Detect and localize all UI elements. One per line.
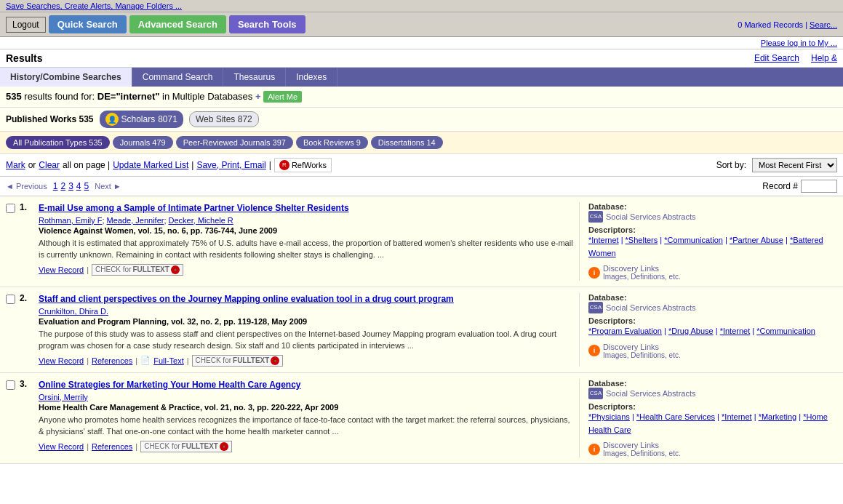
result-checkbox-2[interactable] <box>6 295 15 304</box>
search-link[interactable]: Searc... <box>810 20 837 29</box>
top-bar-right: 0 Marked Records | Searc... <box>738 20 837 29</box>
page-4[interactable]: 4 <box>76 181 81 191</box>
logout-button[interactable]: Logout <box>6 17 46 33</box>
result-authors-1: Rothman, Emily F; Meade, Jennifer; Decke… <box>39 216 573 225</box>
discovery-label-1[interactable]: Discovery Links <box>603 264 681 273</box>
descriptor-link[interactable]: *Communication <box>664 236 723 244</box>
result-title-3[interactable]: Online Strategies for Marketing Your Hom… <box>39 380 301 390</box>
result-right-1: Database: CSA Social Services Abstracts … <box>579 202 837 281</box>
view-record-link-3[interactable]: View Record <box>39 442 84 451</box>
fulltext-link-2[interactable]: Full-Text <box>153 356 184 365</box>
discovery-label-3[interactable]: Discovery Links <box>603 441 681 449</box>
tab-thesaurus[interactable]: Thesaurus <box>223 68 286 87</box>
author-link[interactable]: Crunkilton, Dhira D. <box>39 307 108 316</box>
descriptor-link[interactable]: *Health Care Services <box>636 412 715 421</box>
discovery-sub-2[interactable]: Images, Definitions, etc. <box>603 351 681 359</box>
page-5[interactable]: 5 <box>84 181 89 191</box>
result-right-2: Database: CSA Social Services Abstracts … <box>579 293 837 367</box>
descriptors-1: *Internet | *Shelters | *Communication |… <box>588 234 837 260</box>
discovery-icon-2: i <box>588 345 600 356</box>
discovery-sub-3[interactable]: Images, Definitions, etc. <box>603 449 681 457</box>
published-bar: Published Works 535 👤 Scholars 8071 Web … <box>0 108 843 132</box>
result-links-2: View Record | References | 📄 Full-Text |… <box>39 355 573 367</box>
descriptor-link[interactable]: *Communication <box>756 327 815 335</box>
scholars-icon: 👤 <box>105 113 119 126</box>
author-link[interactable]: Decker, Michele R <box>169 216 233 225</box>
descriptor-link[interactable]: *Internet <box>722 412 752 421</box>
tab-indexes[interactable]: Indexes <box>286 68 337 87</box>
tab-command[interactable]: Command Search <box>132 68 224 87</box>
references-link-3[interactable]: References <box>92 442 132 451</box>
tab-history[interactable]: History/Combine Searches <box>0 68 132 87</box>
filter-peer-reviewed[interactable]: Peer-Reviewed Journals 397 <box>176 136 293 149</box>
sort-select[interactable]: Most Recent First <box>752 158 837 172</box>
result-checkbox-1[interactable] <box>6 204 15 213</box>
pagination-right: Record # <box>762 180 837 193</box>
alert-me-button[interactable]: Alert Me <box>263 91 302 103</box>
search-info: 535 results found for: DE="internet" in … <box>0 87 843 108</box>
record-number-input[interactable] <box>801 180 837 193</box>
discovery-sub-1[interactable]: Images, Definitions, etc. <box>603 273 681 281</box>
mark-link[interactable]: Mark <box>6 160 25 170</box>
help-link[interactable]: Help & <box>811 53 837 63</box>
descriptor-link[interactable]: *Drug Abuse <box>668 327 714 335</box>
result-left-2: 2. Staff and client perspectives on the … <box>6 293 573 367</box>
author-link[interactable]: Orsini, Merrily <box>39 393 88 401</box>
filter-journals[interactable]: Journals 479 <box>113 136 173 149</box>
marked-records-count: 0 Marked Records <box>738 20 803 29</box>
descriptor-link[interactable]: *Internet <box>720 327 751 335</box>
save-print-email-link[interactable]: Save, Print, Email <box>196 160 265 170</box>
update-marked-list-link[interactable]: Update Marked List <box>113 160 188 170</box>
filter-dissertations[interactable]: Dissertations 14 <box>371 136 443 149</box>
next-nav[interactable]: Next ► <box>95 182 121 191</box>
page-3[interactable]: 3 <box>68 181 73 191</box>
descriptor-link[interactable]: *Internet <box>588 236 619 244</box>
published-works-label: Published Works 535 <box>6 114 94 124</box>
result-left-1: 1. E-mail Use among a Sample of Intimate… <box>6 202 573 281</box>
descriptor-link[interactable]: *Program Evaluation <box>588 327 662 335</box>
filter-book-reviews[interactable]: Book Reviews 9 <box>296 136 368 149</box>
descriptor-link[interactable]: *Shelters <box>626 236 658 244</box>
descriptor-link[interactable]: *Physicians <box>588 412 630 421</box>
clear-link[interactable]: Clear <box>39 160 60 170</box>
top-link[interactable]: Save Searches, Create Alerts, Manage Fol… <box>6 1 182 10</box>
result-title-1[interactable]: E-mail Use among a Sample of Intimate Pa… <box>39 203 349 213</box>
result-title-2[interactable]: Staff and client perspectives on the Jou… <box>39 294 454 304</box>
advanced-search-button[interactable]: Advanced Search <box>129 15 226 33</box>
filter-all[interactable]: All Publication Types 535 <box>6 136 110 149</box>
descriptor-link[interactable]: *Partner Abuse <box>730 236 783 244</box>
scholars-button[interactable]: 👤 Scholars 8071 <box>100 111 183 128</box>
nav-tabs: History/Combine Searches Command Search … <box>0 68 843 87</box>
fulltext-btn-2[interactable]: CHECK for FULLTEXT ● <box>192 355 284 367</box>
refworks-button[interactable]: R RefWorks <box>274 158 332 172</box>
prev-nav[interactable]: ◄ Previous <box>6 182 47 191</box>
view-record-link-2[interactable]: View Record <box>39 356 84 365</box>
result-abstract-1: Although it is estimated that approximat… <box>39 237 573 261</box>
author-link[interactable]: Meade, Jennifer <box>107 216 164 225</box>
discovery-links-1: i Discovery Links Images, Definitions, e… <box>588 264 837 281</box>
edit-search-link[interactable]: Edit Search <box>754 53 799 63</box>
fulltext-btn-1[interactable]: CHECK for FULLTEXT ● <box>92 264 183 276</box>
top-bar: Logout Quick Search Advanced Search Sear… <box>0 12 843 37</box>
descriptor-link[interactable]: *Marketing <box>759 412 797 421</box>
login-link[interactable]: Please log in to My ... <box>761 39 837 47</box>
action-bar-left: Mark or Clear all on page | Update Marke… <box>6 158 332 172</box>
references-link-2[interactable]: References <box>92 356 132 365</box>
search-tools-button[interactable]: Search Tools <box>229 15 305 33</box>
csa-icon-1: CSA <box>588 211 603 223</box>
fulltext-btn-3[interactable]: CHECK for FULLTEXT ● <box>140 441 232 452</box>
top-bar-left: Logout Quick Search Advanced Search Sear… <box>6 15 305 33</box>
discovery-label-2[interactable]: Discovery Links <box>603 343 681 351</box>
quick-search-button[interactable]: Quick Search <box>49 15 127 33</box>
result-links-3: View Record | References | CHECK for FUL… <box>39 441 573 452</box>
result-checkbox-3[interactable] <box>6 380 15 390</box>
page-2[interactable]: 2 <box>60 181 65 191</box>
view-record-link-1[interactable]: View Record <box>39 265 84 274</box>
results-title: Results <box>6 52 43 64</box>
pagination-left: ◄ Previous 1 2 3 4 5 Next ► <box>6 181 121 191</box>
page-1[interactable]: 1 <box>53 181 58 191</box>
result-journal-1: Violence Against Women, vol. 15, no. 6, … <box>39 226 573 235</box>
results-bar: Results Edit Search Help & <box>0 49 843 68</box>
author-link[interactable]: Rothman, Emily F <box>39 216 102 225</box>
websites-button[interactable]: Web Sites 872 <box>189 111 259 127</box>
